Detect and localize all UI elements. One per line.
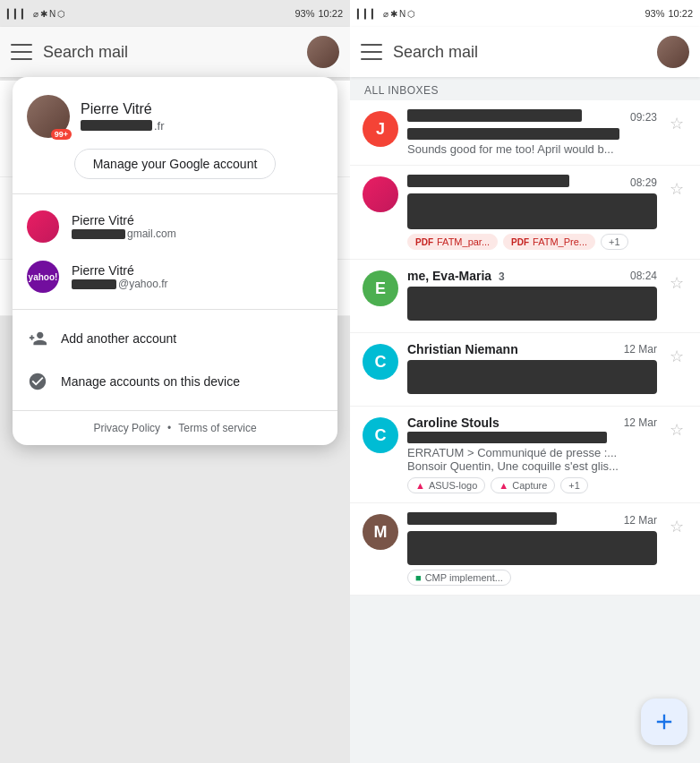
right-time-3: 12 Mar xyxy=(624,343,657,356)
right-star-4[interactable]: ☆ xyxy=(666,419,687,441)
left-status-right: 93% 10:22 xyxy=(295,8,343,19)
wifi-icon: ⌀ xyxy=(33,9,38,19)
right-mail-header-2: me, Eva-Maria 3 08:24 xyxy=(407,269,657,283)
right-time-1: 08:29 xyxy=(630,176,657,189)
right-tags-1: PDF FATM_par... PDF FATM_Pre... +1 xyxy=(407,234,657,250)
yahoo-account-avatar: yahoo! xyxy=(27,261,59,293)
left-status-bar: ▎▎▎ ⌀ ✱ N ⬡ 93% 10:22 xyxy=(0,0,350,27)
gmail-email-suffix: gmail.com xyxy=(127,227,176,240)
right-mail-content-3: Christian Niemann 12 Mar xyxy=(407,342,657,397)
right-wifi-icon: ⌀ xyxy=(383,9,388,19)
right-sender-0-redacted xyxy=(407,109,582,122)
yahoo-email-suffix: @yahoo.fr xyxy=(118,278,168,290)
right-mail-header-1: 08:29 xyxy=(407,175,657,190)
notification-badge: 99+ xyxy=(51,129,72,140)
right-notif-icon: ⬡ xyxy=(407,9,415,19)
pdf-icon-1: PDF xyxy=(415,237,433,247)
left-avatar-image xyxy=(307,36,339,68)
right-star-1[interactable]: ☆ xyxy=(666,178,687,200)
right-mail-item-5[interactable]: M 12 Mar ■ CMP implement... ☆ xyxy=(350,503,700,596)
right-tag-pdf2: PDF FATM_Pre... xyxy=(503,234,595,250)
compose-fab-button[interactable] xyxy=(641,699,687,745)
right-star-0[interactable]: ☆ xyxy=(666,113,687,134)
tag-asus-label-r4: ASUS-logo xyxy=(429,480,477,491)
right-mail-content-2: me, Eva-Maria 3 08:24 xyxy=(407,269,657,323)
right-mail-content-1: 08:29 PDF FATM_par... PDF FATM_Pre... +1 xyxy=(407,175,657,250)
right-avatar-j: J xyxy=(363,111,398,147)
left-menu-button[interactable] xyxy=(11,44,32,60)
right-search-text[interactable]: Search mail xyxy=(393,43,646,62)
right-bt-icon: ✱ xyxy=(390,9,397,19)
right-subject-3 xyxy=(407,360,657,394)
right-time-0: 09:23 xyxy=(630,111,657,124)
right-preview-0: Sounds good for me too! April would b... xyxy=(407,142,657,156)
right-mail-item-3[interactable]: C Christian Niemann 12 Mar ☆ xyxy=(350,333,700,407)
right-sender-3: Christian Niemann xyxy=(407,342,518,356)
right-preview2-4: Bonsoir Quentin, Une coquille s'est glis… xyxy=(407,459,657,473)
right-subject-4 xyxy=(407,432,607,443)
right-tag-pdf1: PDF FATM_par... xyxy=(407,234,498,250)
capture-icon-r4: ▲ xyxy=(499,480,508,491)
account-item-gmail[interactable]: Pierre Vitré gmail.com xyxy=(13,201,337,252)
right-mail-item-0[interactable]: J 09:23 Sounds good for me too! April wo… xyxy=(350,100,700,166)
bt-icon: ✱ xyxy=(40,9,47,19)
right-status-bar: ▎▎▎ ⌀ ✱ N ⬡ 93% 10:22 xyxy=(350,0,700,27)
right-avatar-c2: C xyxy=(363,344,398,380)
notif-icon: ⬡ xyxy=(57,9,65,19)
right-mail-item-4[interactable]: C Caroline Stouls 12 Mar ERRATUM > Commu… xyxy=(350,407,700,503)
right-sender-5-redacted xyxy=(407,512,557,525)
right-mail-item-2[interactable]: E me, Eva-Maria 3 08:24 ☆ xyxy=(350,260,700,333)
right-avatar-1 xyxy=(363,176,398,212)
manage-accounts-label: Manage accounts on this device xyxy=(61,374,240,389)
additional-accounts-section: Pierre Vitré gmail.com yahoo! Pierre Vit… xyxy=(13,194,337,310)
right-avatar-m: M xyxy=(363,514,398,550)
right-battery: 93% xyxy=(645,8,664,19)
right-tag-count-4: +1 xyxy=(560,477,588,493)
right-top-bar: Search mail xyxy=(350,27,700,77)
footer-separator: • xyxy=(167,422,171,434)
manage-google-account-button[interactable]: Manage your Google account xyxy=(74,149,277,179)
privacy-policy-link[interactable]: Privacy Policy xyxy=(93,422,160,434)
tag-pdf2-label: FATM_Pre... xyxy=(533,236,587,247)
gmail-account-name: Pierre Vitré xyxy=(72,213,323,227)
right-avatar-image xyxy=(657,36,689,68)
right-mail-item-1[interactable]: 08:29 PDF FATM_par... PDF FATM_Pre... +1… xyxy=(350,166,700,260)
right-tags-5: ■ CMP implement... xyxy=(407,570,657,586)
main-account-avatar: 99+ xyxy=(27,95,70,138)
add-account-label: Add another account xyxy=(61,331,176,346)
right-preview1-4: ERRATUM > Communiqué de presse :... xyxy=(407,446,657,459)
main-account-name: Pierre Vitré xyxy=(81,101,323,117)
email-suffix: .fr xyxy=(154,119,165,133)
right-sender-2: me, Eva-Maria 3 xyxy=(407,269,505,283)
right-avatar[interactable] xyxy=(657,36,689,68)
tag-cmp-label-r5: CMP implement... xyxy=(425,572,503,583)
account-header: 99+ Pierre Vitré .fr Manage your Google … xyxy=(13,77,337,194)
right-star-3[interactable]: ☆ xyxy=(666,346,687,367)
left-avatar[interactable] xyxy=(307,36,339,68)
account-dropdown: 99+ Pierre Vitré .fr Manage your Google … xyxy=(13,77,337,445)
add-account-item[interactable]: Add another account xyxy=(13,317,337,360)
asus-icon-r4: ▲ xyxy=(415,480,425,491)
right-mail-list: J 09:23 Sounds good for me too! April wo… xyxy=(350,100,700,763)
pdf-icon-2: PDF xyxy=(511,237,529,247)
left-top-bar: Search mail xyxy=(0,27,350,77)
right-tag-capture-4: ▲ Capture xyxy=(491,477,555,493)
terms-of-service-link[interactable]: Terms of service xyxy=(178,422,256,434)
account-item-yahoo[interactable]: yahoo! Pierre Vitré @yahoo.fr xyxy=(13,252,337,302)
right-star-5[interactable]: ☆ xyxy=(666,516,687,537)
right-time-4: 12 Mar xyxy=(624,416,657,429)
right-subject-2 xyxy=(407,287,657,321)
yahoo-email-redacted xyxy=(72,279,116,289)
manage-accounts-item[interactable]: Manage accounts on this device xyxy=(13,360,337,403)
left-status-icons: ▎▎▎ ⌀ ✱ N ⬡ xyxy=(7,9,65,19)
left-search-text[interactable]: Search mail xyxy=(43,43,296,62)
right-nfc-icon: N xyxy=(399,9,405,19)
left-time: 10:22 xyxy=(318,8,343,19)
right-star-2[interactable]: ☆ xyxy=(666,272,687,294)
right-sender-4: Caroline Stouls xyxy=(407,416,499,430)
right-status-right: 93% 10:22 xyxy=(645,8,693,19)
right-menu-button[interactable] xyxy=(361,44,382,60)
right-time-5: 12 Mar xyxy=(624,514,657,527)
gmail-account-info: Pierre Vitré gmail.com xyxy=(72,213,323,240)
nfc-icon: N xyxy=(49,9,55,19)
